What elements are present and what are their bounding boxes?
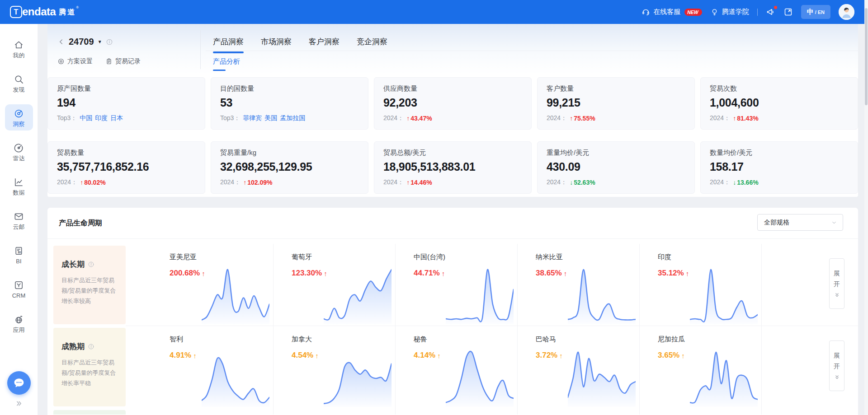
spec-filter-dropdown[interactable]: 全部规格 xyxy=(757,214,843,231)
expand-button[interactable]: 展开 xyxy=(829,258,844,309)
scheme-settings-link[interactable]: 方案设置 xyxy=(57,57,93,65)
navbar-divider xyxy=(757,9,758,16)
country-trend-cell[interactable]: 加拿大4.54%↑ xyxy=(274,326,396,408)
sidebar-item-insight[interactable]: 洞察 xyxy=(5,104,33,131)
arrow-up-icon: ↑ xyxy=(442,270,445,277)
top3-link[interactable]: 孟加拉国 xyxy=(280,114,305,122)
trend-value: ↑75.55% xyxy=(570,115,595,122)
double-chevron-down-icon xyxy=(834,292,840,298)
tendata-logo[interactable]: Tendata腾道® xyxy=(10,5,79,19)
page-scrollbar[interactable] xyxy=(864,0,868,415)
country-trend-cell[interactable]: 巴哈马3.72%↑ xyxy=(518,326,640,408)
online-service-link[interactable]: 在线客服 NEW xyxy=(642,8,702,16)
sidebar-item-data[interactable]: 数据 xyxy=(5,173,33,199)
subtab-product-analysis[interactable]: 产品分析 xyxy=(213,57,240,66)
logo-registered-mark: ® xyxy=(76,5,79,10)
country-name: 中国(台湾) xyxy=(414,253,445,261)
page-header-band: 24709 ▼ 方案设置 贸易记录 产品洞察市场洞察客户洞察竞企洞察 产品分析 xyxy=(47,24,858,75)
sparkline-chart xyxy=(568,349,636,407)
growth-percentage-value: 44.71% xyxy=(414,269,440,278)
top3-link[interactable]: 菲律宾 xyxy=(243,114,262,122)
academy-link[interactable]: 腾道学院 xyxy=(710,8,749,16)
country-trend-cell[interactable]: 纳米比亚38.65%↑ xyxy=(518,244,640,326)
language-toggle[interactable]: 中 / EN xyxy=(801,5,830,19)
stat-card-title: 贸易重量/kg xyxy=(220,149,359,157)
country-trend-cell[interactable]: 印度35.12%↑ xyxy=(640,244,762,326)
top3-link[interactable]: 日本 xyxy=(110,114,123,122)
home-icon xyxy=(14,40,24,50)
chat-bubble-button[interactable] xyxy=(7,371,31,395)
panel-title-divider xyxy=(47,238,858,239)
sidebar-collapse-button[interactable] xyxy=(15,400,22,409)
lang-zh-label: 中 xyxy=(807,8,814,16)
top3-link[interactable]: 印度 xyxy=(95,114,108,122)
trend-year-label: 2024： xyxy=(383,178,404,187)
sidebar-item-mail[interactable]: 云邮 xyxy=(5,207,33,233)
trade-records-link[interactable]: 贸易记录 xyxy=(105,57,141,65)
info-icon[interactable] xyxy=(88,343,94,350)
stat-card: 目的国数量53Top3：菲律宾美国孟加拉国 xyxy=(211,77,368,130)
info-icon[interactable] xyxy=(88,261,94,268)
partial-stage-label-block xyxy=(53,410,126,415)
sidebar-item-crm[interactable]: CRM xyxy=(5,276,33,302)
stat-card-footer: 2024：↑14.46% xyxy=(383,178,522,187)
country-trend-cell[interactable]: 秘鲁4.14%↑ xyxy=(396,326,518,408)
top3-link[interactable]: 美国 xyxy=(264,114,277,122)
trend-value: ↑81.43% xyxy=(733,115,758,122)
apps-icon xyxy=(14,314,24,325)
partial-cell xyxy=(151,408,274,415)
user-avatar[interactable] xyxy=(839,4,854,20)
stat-card-title: 重量均价/美元 xyxy=(547,149,685,157)
sidebar-item-apps[interactable]: 应用 xyxy=(5,310,33,336)
stat-card-footer: 2024：↑43.47% xyxy=(383,114,522,122)
trend-percentage: 102.09% xyxy=(247,179,272,186)
country-trend-cell[interactable]: 葡萄牙123.30%↑ xyxy=(274,244,396,326)
country-name: 加拿大 xyxy=(292,335,312,344)
scheme-id[interactable]: 24709 xyxy=(69,37,94,47)
sidebar-item-home[interactable]: 我的 xyxy=(5,36,33,62)
info-icon[interactable] xyxy=(106,38,113,46)
logo-t-icon: T xyxy=(10,6,22,18)
stat-card-value: 92,203 xyxy=(383,96,522,109)
back-chevron-icon[interactable] xyxy=(57,38,65,46)
country-name: 亚美尼亚 xyxy=(170,253,197,261)
trend-percentage: 75.55% xyxy=(574,115,595,122)
lifecycle-row-成长期: 成长期目标产品近三年贸易额/贸易量的季度复合增长率较高亚美尼亚200.68%↑葡… xyxy=(47,244,858,326)
stage-name: 成长期 xyxy=(61,259,85,270)
country-trend-cell[interactable]: 尼加拉瓜3.65%↑ xyxy=(640,326,762,408)
growth-percentage: 38.65%↑ xyxy=(536,269,567,278)
top3-link[interactable]: 中国 xyxy=(80,114,92,122)
sparkline-chart xyxy=(690,266,758,324)
expand-button[interactable]: 展开 xyxy=(829,340,844,391)
sidebar-item-radar[interactable]: 雷达 xyxy=(5,139,33,165)
scheme-dropdown-caret-icon[interactable]: ▼ xyxy=(98,39,102,44)
bi-icon: BI xyxy=(14,246,24,256)
header-vertical-divider xyxy=(200,30,201,69)
country-trend-cell[interactable]: 智利4.91%↑ xyxy=(151,326,274,408)
stat-card: 贸易次数1,004,6002024：↑81.43% xyxy=(700,77,858,130)
country-trend-cell[interactable]: 中国(台湾)44.71%↑ xyxy=(396,244,518,326)
stat-card-value: 1,004,600 xyxy=(710,96,849,109)
stat-card-footer: Top3：菲律宾美国孟加拉国 xyxy=(220,114,359,122)
lifecycle-row-成熟期: 成熟期目标产品近三年贸易额/贸易量的季度复合增长率平稳智利4.91%↑加拿大4.… xyxy=(47,326,858,408)
stage-label-block: 成熟期目标产品近三年贸易额/贸易量的季度复合增长率平稳 xyxy=(53,328,126,406)
partial-cell xyxy=(274,408,396,415)
fullscreen-button[interactable] xyxy=(783,7,793,17)
partial-cell xyxy=(396,408,518,415)
announcements-button[interactable] xyxy=(766,7,775,17)
country-name: 葡萄牙 xyxy=(292,253,312,261)
scrollbar-thumb[interactable] xyxy=(865,8,868,105)
expand-button-char: 开 xyxy=(834,363,840,371)
logo-chinese: 腾道 xyxy=(59,5,76,19)
sidebar-item-bi[interactable]: BIBI xyxy=(5,242,33,268)
sidebar-item-search[interactable]: 发现 xyxy=(5,70,33,96)
stat-card-title: 目的国数量 xyxy=(220,84,359,93)
stat-card-footer: 2024：↑80.02% xyxy=(57,178,196,187)
stat-card-title: 贸易总额/美元 xyxy=(383,149,522,157)
fullscreen-icon xyxy=(783,7,793,17)
expand-button-char: 展 xyxy=(834,270,840,278)
trend-percentage: 14.46% xyxy=(410,179,432,186)
growth-percentage-value: 4.54% xyxy=(292,351,313,360)
stat-card: 重量均价/美元430.092024：↓52.63% xyxy=(537,141,695,194)
country-trend-cell[interactable]: 亚美尼亚200.68%↑ xyxy=(151,244,274,326)
